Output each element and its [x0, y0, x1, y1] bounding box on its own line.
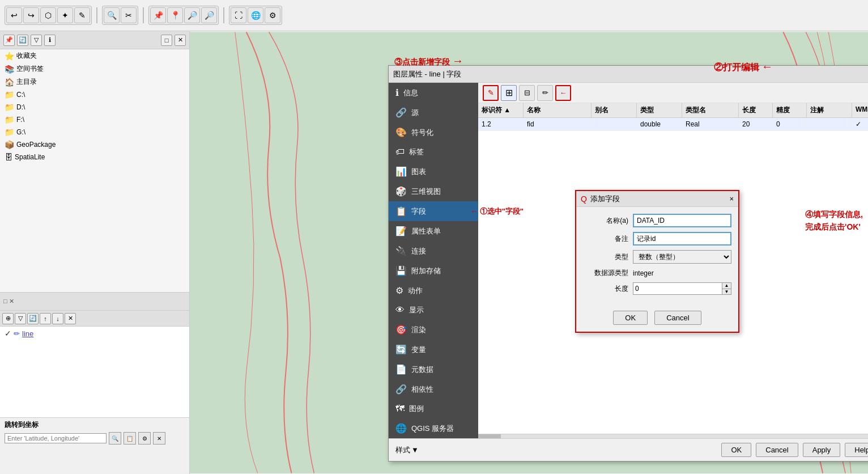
sidebar-item-storage[interactable]: 💾 附加存储: [389, 261, 478, 281]
add-field-btn[interactable]: ⊞: [501, 85, 517, 101]
add-field-ok-btn[interactable]: OK: [613, 311, 648, 325]
sidebar-item-symbology[interactable]: 🎨 符号化: [389, 122, 478, 142]
sidebar-item-charts[interactable]: 📊 图表: [389, 162, 478, 181]
browser-filter-btn[interactable]: ▽: [31, 35, 42, 46]
th-type: 类型: [637, 103, 682, 117]
sidebar-item-rendering[interactable]: 🎯 渲染: [389, 320, 478, 340]
sidebar-item-actions[interactable]: ⚙ 动作: [389, 281, 478, 301]
annotation-arrow-1: ← ①选中"字段": [470, 206, 524, 217]
field-length-input[interactable]: [633, 283, 722, 294]
ok-button[interactable]: OK: [721, 443, 751, 457]
table-row[interactable]: 1.2 fid double Real 20 0 ✓: [478, 118, 868, 131]
sidebar-item-attributes[interactable]: 📝 属性表单: [389, 221, 478, 241]
add-field-body: 名称(a) 备注 类型 整数（整型）: [576, 207, 738, 306]
apply-button[interactable]: Apply: [803, 443, 841, 457]
calculate-btn[interactable]: ✏: [537, 85, 553, 101]
tree-item-f[interactable]: 📁 F:\: [0, 113, 189, 126]
toolbar-btn-12[interactable]: ⛶: [231, 7, 246, 23]
help-button[interactable]: Help: [845, 443, 868, 457]
toolbar-btn-2[interactable]: ↪: [23, 7, 39, 23]
sidebar-item-info[interactable]: ℹ 信息: [389, 83, 478, 103]
toolbar-btn-7[interactable]: ✂: [121, 7, 137, 23]
add-field-cancel-btn[interactable]: Cancel: [654, 311, 701, 325]
layers-refresh-btn[interactable]: 🔄: [27, 313, 39, 324]
conditional-btn[interactable]: ←: [555, 85, 571, 101]
layers-add-btn[interactable]: ⊕: [2, 313, 14, 324]
toolbar-btn-4[interactable]: ✦: [57, 7, 73, 23]
layer-item-line[interactable]: ✓ ✏ line: [0, 327, 189, 340]
qgis-server-icon: 🌐: [395, 423, 407, 434]
td-name: fid: [524, 118, 592, 130]
toolbar-btn-13[interactable]: 🌐: [248, 7, 263, 23]
layers-remove-btn[interactable]: ✕: [65, 313, 76, 324]
layers-down-btn[interactable]: ↓: [52, 313, 63, 324]
toolbar-btn-10[interactable]: 🔎: [184, 7, 200, 23]
browser-help-btn[interactable]: ℹ: [44, 35, 56, 46]
tree-item-geopackage[interactable]: 📦 GeoPackage: [0, 138, 189, 151]
toolbar-btn-6[interactable]: 🔍: [104, 7, 120, 23]
map-canvas[interactable]: 图层属性 - line | 字段 × ③点击新增字段 → ②打开编辑 ←: [190, 31, 868, 474]
sidebar-item-display[interactable]: 👁 显示: [389, 301, 478, 320]
add-field-title-bar: Q 添加字段 ×: [576, 191, 738, 207]
field-comment-row: 备注: [583, 232, 731, 246]
browser-refresh-btn[interactable]: 🔄: [17, 35, 28, 46]
length-spin-up[interactable]: ▲: [722, 283, 731, 289]
sidebar-item-labels[interactable]: 🏷 标签: [389, 142, 478, 162]
sidebar-item-fields[interactable]: 📋 字段 ← ①选中"字段": [389, 201, 478, 221]
field-name-input[interactable]: [633, 214, 731, 227]
field-comment-input[interactable]: [633, 232, 731, 246]
tree-item-bookmarks[interactable]: 📚 空间书签: [0, 62, 189, 75]
field-type-select[interactable]: 整数（整型）: [633, 250, 731, 264]
coord-copy-btn[interactable]: 📋: [124, 432, 136, 445]
td-precision: 0: [773, 118, 807, 130]
horizontal-scrollbar[interactable]: [478, 434, 868, 438]
sidebar-item-variables[interactable]: 🔄 变量: [389, 340, 478, 359]
sidebar-item-joins[interactable]: 🔌 连接: [389, 241, 478, 261]
coord-input[interactable]: [5, 433, 107, 443]
sidebar-item-metadata[interactable]: 📄 元数据: [389, 359, 478, 379]
toolbar-btn-14[interactable]: ⚙: [265, 7, 280, 23]
tree-item-favorites[interactable]: ⭐ 收藏夹: [0, 49, 189, 62]
coord-clear-btn[interactable]: ✕: [153, 432, 165, 445]
layers-filter-btn[interactable]: ▽: [15, 313, 26, 324]
add-field-close-btn[interactable]: ×: [729, 194, 734, 203]
toggle-edit-btn[interactable]: ✎: [483, 85, 499, 101]
table-header: 标识符 ▲ 名称 别名 类型 类型名 长度 精度 注解 WMS: [478, 103, 868, 118]
toolbar-btn-3[interactable]: ⬡: [40, 7, 56, 23]
toolbar-btn-5[interactable]: ✎: [74, 7, 90, 23]
coord-zoom-btn[interactable]: 🔍: [109, 432, 121, 445]
dialog-sidebar: ℹ 信息 🔗 源 🎨 符号化 🏷 标签: [389, 83, 478, 438]
sidebar-item-qgis-server[interactable]: 🌐 QGIS 服务器: [389, 418, 478, 438]
info-icon: ℹ: [395, 87, 399, 98]
main-toolbar: ↩ ↪ ⬡ ✦ ✎ 🔍 ✂ 📌 📍 🔎 🔎 ⛶ 🌐 ⚙: [0, 0, 868, 31]
tree-item-g[interactable]: 📁 G:\: [0, 126, 189, 138]
coord-title: 跳转到坐标: [5, 420, 185, 430]
browser-close-btn[interactable]: □: [161, 35, 172, 46]
length-spin-down[interactable]: ▼: [722, 289, 731, 295]
browser-pin-btn[interactable]: 📌: [3, 35, 15, 46]
dialog-title-bar: 图层属性 - line | 字段 ×: [389, 66, 868, 83]
tree-item-home[interactable]: 🏠 主目录: [0, 75, 189, 88]
style-dropdown[interactable]: 样式 ▼: [395, 445, 419, 455]
sidebar-item-legend[interactable]: 🗺 图例: [389, 399, 478, 418]
bookmark-icon: 📚: [5, 65, 14, 74]
symbology-icon: 🎨: [395, 127, 407, 138]
sidebar-item-3d[interactable]: 🎲 三维视图: [389, 181, 478, 201]
tree-item-d[interactable]: 📁 D:\: [0, 101, 189, 113]
tree-item-c[interactable]: 📁 C:\: [0, 88, 189, 101]
delete-field-btn[interactable]: ⊟: [519, 85, 535, 101]
dialog-title: 图层属性 - line | 字段: [393, 69, 461, 79]
coord-settings-btn[interactable]: ⚙: [138, 432, 151, 445]
sidebar-item-source[interactable]: 🔗 源: [389, 103, 478, 122]
layers-up-btn[interactable]: ↑: [40, 313, 51, 324]
tree-item-spatialite[interactable]: 🗄 SpatiaLite: [0, 151, 189, 163]
layer-checkbox[interactable]: ✓: [5, 329, 11, 338]
sidebar-item-dependencies[interactable]: 🔗 相依性: [389, 379, 478, 399]
toolbar-btn-8[interactable]: 📌: [150, 7, 166, 23]
toolbar-btn-9[interactable]: 📍: [167, 7, 183, 23]
browser-close2-btn[interactable]: ✕: [175, 35, 186, 46]
cancel-button[interactable]: Cancel: [756, 443, 798, 457]
toolbar-btn-11[interactable]: 🔎: [201, 7, 217, 23]
toolbar-group-4: ⛶ 🌐 ⚙: [229, 6, 282, 25]
toolbar-btn-1[interactable]: ↩: [6, 7, 22, 23]
